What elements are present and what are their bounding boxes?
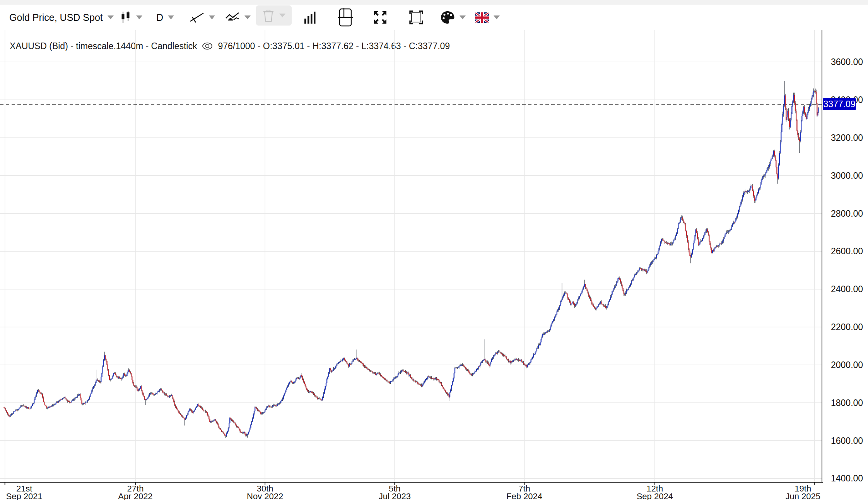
y-axis-label: 2000.00 [831, 360, 868, 370]
candlestick-chart-canvas[interactable] [0, 0, 868, 500]
y-axis-label: 2600.00 [831, 246, 868, 257]
x-axis-label: 12thSep 2024 [624, 485, 686, 500]
y-axis-label: 3000.00 [831, 171, 868, 181]
last-price-value: 3377.09 [823, 99, 855, 110]
x-axis-label: 19thJun 2025 [772, 485, 834, 500]
trading-chart-widget: { "toolbar": { "symbol_label": "Gold Pri… [0, 0, 868, 500]
x-axis-label: 30thNov 2022 [234, 485, 296, 500]
x-axis-label: 5thJul 2023 [364, 485, 425, 500]
last-price-badge: 3377.09 [823, 98, 856, 110]
y-axis-label: 2800.00 [831, 209, 868, 219]
y-axis-label: 3200.00 [831, 133, 868, 143]
y-axis-label: 1600.00 [831, 436, 868, 446]
y-axis-label: 3600.00 [831, 57, 868, 67]
y-axis-label: 1800.00 [831, 398, 868, 408]
y-axis-label: 2200.00 [831, 322, 868, 332]
x-axis-label: 7thFeb 2024 [493, 485, 555, 500]
y-axis-label: 2400.00 [831, 284, 868, 295]
x-axis-label: 27thApr 2022 [104, 485, 166, 500]
y-axis-label: 1400.00 [831, 473, 868, 484]
x-axis-label: 21stSep 2021 [0, 485, 55, 500]
